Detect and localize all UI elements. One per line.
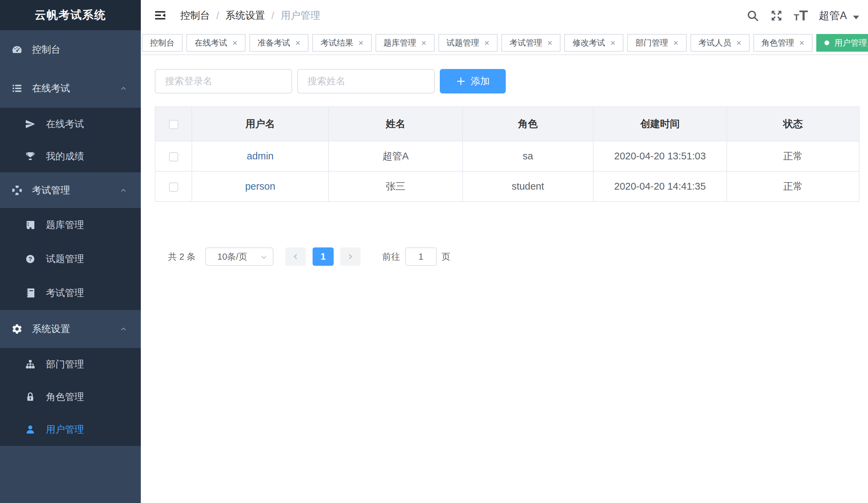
tab-exam-personnel[interactable]: 考试人员× xyxy=(691,34,750,52)
col-role: 角色 xyxy=(463,107,593,141)
sidebar-item-user-management[interactable]: 用户管理 xyxy=(0,413,141,446)
col-name: 姓名 xyxy=(329,107,463,141)
chevron-up-icon xyxy=(120,85,127,92)
created-cell: 2020-04-20 13:51:03 xyxy=(593,141,727,171)
sidebar-group-exam-management[interactable]: 考试管理 xyxy=(0,172,141,208)
breadcrumb-item-user-management: 用户管理 xyxy=(281,9,320,22)
sidebar-group-label: 系统设置 xyxy=(32,323,70,335)
tab-question-bank[interactable]: 题库管理× xyxy=(375,34,435,52)
close-icon[interactable]: × xyxy=(232,39,237,47)
sidebar-item-online-exam[interactable]: 在线考试 xyxy=(0,108,141,140)
col-status: 状态 xyxy=(727,107,859,141)
search-icon[interactable] xyxy=(746,9,759,22)
sidebar-item-department-management[interactable]: 部门管理 xyxy=(0,348,141,381)
col-username: 用户名 xyxy=(192,107,329,141)
row-select-cell xyxy=(155,171,192,201)
text-size-icon[interactable]: TT xyxy=(794,9,808,23)
goto-label: 前往 xyxy=(382,251,400,263)
sidebar-item-label: 角色管理 xyxy=(46,390,84,404)
tab-edit-exam[interactable]: 修改考试× xyxy=(564,34,623,52)
page-size-select[interactable]: 10条/页 xyxy=(205,248,273,266)
tab-department-management[interactable]: 部门管理× xyxy=(627,34,686,52)
user-dropdown[interactable]: 超管A xyxy=(819,9,859,23)
close-icon[interactable]: × xyxy=(484,39,489,47)
sidebar-item-label: 部门管理 xyxy=(46,358,84,371)
tab-exam-management[interactable]: 考试管理× xyxy=(502,34,560,52)
sidebar-item-label: 题库管理 xyxy=(46,219,84,231)
close-icon[interactable]: × xyxy=(547,39,552,47)
search-login-input[interactable] xyxy=(155,69,292,93)
sidebar-item-dashboard[interactable]: 控制台 xyxy=(0,30,141,69)
book-icon xyxy=(25,220,36,230)
hamburger-icon[interactable] xyxy=(154,9,166,22)
close-icon[interactable]: × xyxy=(799,39,804,47)
breadcrumb-item-dashboard[interactable]: 控制台 xyxy=(180,9,210,22)
sidebar-item-label: 控制台 xyxy=(32,43,61,56)
dashboard-icon xyxy=(11,44,23,55)
row-checkbox[interactable] xyxy=(169,152,178,161)
row-checkbox[interactable] xyxy=(169,182,178,192)
page-unit-label: 页 xyxy=(442,251,450,263)
close-icon[interactable]: × xyxy=(421,39,426,47)
tab-dashboard[interactable]: 控制台 xyxy=(142,34,183,52)
prev-page-button[interactable] xyxy=(285,248,306,266)
sidebar-item-label: 用户管理 xyxy=(46,423,84,436)
breadcrumb-separator: / xyxy=(216,10,219,21)
caret-down-icon xyxy=(853,15,859,19)
sidebar-item-question-bank[interactable]: 题库管理 xyxy=(0,208,141,242)
close-icon[interactable]: × xyxy=(736,39,742,47)
lock-icon xyxy=(25,391,36,402)
breadcrumb: 控制台 / 系统设置 / 用户管理 xyxy=(180,0,320,31)
tab-user-management[interactable]: 用户管理× xyxy=(816,34,868,52)
close-icon[interactable]: × xyxy=(610,39,615,47)
close-icon[interactable]: × xyxy=(295,39,300,47)
sidebar-group-system-settings[interactable]: 系统设置 xyxy=(0,310,141,348)
tab-online-exam[interactable]: 在线考试× xyxy=(186,34,246,52)
page-number-button[interactable]: 1 xyxy=(312,248,334,266)
toolbar: 添加 xyxy=(155,69,506,93)
close-icon[interactable]: × xyxy=(358,39,363,47)
fullscreen-icon[interactable] xyxy=(770,9,783,22)
select-all-checkbox[interactable] xyxy=(169,120,178,129)
username-link[interactable]: admin xyxy=(192,141,329,171)
plus-icon xyxy=(456,76,466,86)
sidebar: 云帆考试系统 控制台 在线考试 在线考试 我的成绩 xyxy=(0,0,141,503)
tab-question-management[interactable]: 试题管理× xyxy=(438,34,498,52)
table-row: admin 超管A sa 2020-04-20 13:51:03 正常 xyxy=(155,141,859,171)
sidebar-group-online-exam[interactable]: 在线考试 xyxy=(0,69,141,108)
sitemap-icon xyxy=(25,359,36,370)
goto-page-input[interactable] xyxy=(405,248,437,266)
list-icon xyxy=(11,83,23,94)
tab-role-management[interactable]: 角色管理× xyxy=(753,34,813,52)
sidebar-item-exam-management[interactable]: 考试管理 xyxy=(0,276,141,310)
search-name-input[interactable] xyxy=(297,69,435,93)
row-select-cell xyxy=(155,141,192,171)
sidebar-group-label: 考试管理 xyxy=(32,184,70,197)
active-dot xyxy=(825,40,829,45)
gear-icon xyxy=(11,323,23,335)
sidebar-item-question-management[interactable]: ? 试题管理 xyxy=(0,242,141,276)
created-cell: 2020-04-20 14:41:35 xyxy=(593,171,727,201)
sidebar-item-role-management[interactable]: 角色管理 xyxy=(0,381,141,413)
sidebar-item-my-scores[interactable]: 我的成绩 xyxy=(0,140,141,172)
add-user-button[interactable]: 添加 xyxy=(440,69,506,93)
main-area: 控制台 / 系统设置 / 用户管理 TT 超管A 控制台 在线考试 xyxy=(141,0,868,503)
next-page-button[interactable] xyxy=(340,248,361,266)
sidebar-item-label: 试题管理 xyxy=(46,252,84,265)
name-cell: 张三 xyxy=(329,171,463,201)
trophy-icon xyxy=(25,151,36,162)
breadcrumb-item-system-settings[interactable]: 系统设置 xyxy=(226,9,265,22)
sidebar-item-label: 在线考试 xyxy=(46,118,84,130)
username-link[interactable]: person xyxy=(192,171,329,201)
sidebar-group-label: 在线考试 xyxy=(32,82,70,95)
close-icon[interactable]: × xyxy=(673,39,678,47)
life-ring-icon xyxy=(11,185,23,196)
notebook-icon xyxy=(25,287,36,298)
question-circle-icon: ? xyxy=(25,253,36,264)
status-cell: 正常 xyxy=(727,171,859,201)
tab-prepare-exam[interactable]: 准备考试× xyxy=(249,34,309,52)
user-table: 用户名 姓名 角色 创建时间 状态 admin 超管A sa 2020-04-2… xyxy=(155,106,859,202)
tab-exam-results[interactable]: 考试结果× xyxy=(312,34,371,52)
navbar-right: TT 超管A xyxy=(746,0,859,31)
svg-text:?: ? xyxy=(29,255,32,262)
